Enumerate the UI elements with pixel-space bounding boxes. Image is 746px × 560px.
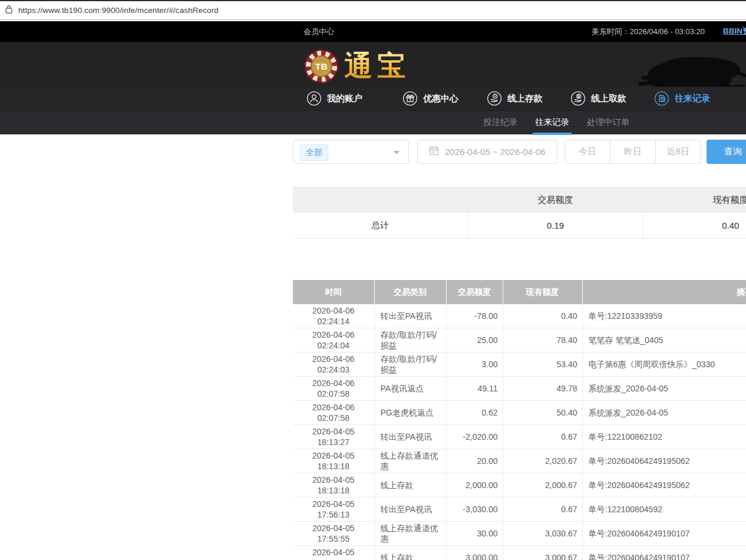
records-icon (654, 91, 669, 106)
table-cell: 笔笔存 笔笔送_0405 (582, 328, 746, 353)
nav-withdraw[interactable]: 线上取款 (570, 87, 626, 110)
col-type: 交易类别 (374, 280, 446, 304)
table-cell: 49.78 (503, 377, 582, 401)
tab-pending-orders[interactable]: 处理中订单 (587, 111, 630, 135)
table-row: 2026-04-05 18:13:18线上存款通道优惠20.002,020.67… (293, 449, 746, 473)
table-row: 2026-04-06 02:24:04存款/取款/打码/损益25.0078.40… (293, 328, 746, 353)
summary-transaction-total: 0.19 (468, 213, 643, 238)
summary-header-balance: 现有额度 (643, 187, 746, 213)
category-selected-chip: 全部 (300, 144, 328, 161)
col-time: 时间 (293, 280, 374, 304)
table-cell: 转出至PA视讯 (374, 304, 446, 328)
table-cell: 3,030.67 (503, 522, 582, 546)
table-cell: PG老虎机返点 (374, 401, 446, 425)
table-row: 2026-04-06 02:24:03存款/取款/打码/损益3.0053.40电… (293, 353, 746, 377)
table-cell: 2026-04-05 17:55:55 (293, 546, 374, 560)
table-cell: 2026-04-05 18:13:18 (293, 473, 374, 498)
calendar-icon (429, 146, 439, 158)
col-summary: 摘要 (582, 280, 746, 304)
brand-logo[interactable]: TB 通宝 (305, 47, 410, 85)
url-text: https://www.tb190.com:9900/infe/mcenter/… (18, 6, 219, 15)
table-row: 2026-04-05 18:13:27转出至PA视讯-2,020.000.67单… (293, 425, 746, 449)
user-icon (306, 91, 322, 106)
table-cell: 转出至PA视讯 (374, 425, 446, 449)
table-cell: 2026-04-06 02:07:58 (293, 401, 374, 425)
table-row: 2026-04-05 17:55:55线上存款通道优惠30.003,030.67… (293, 522, 746, 546)
table-cell: 2026-04-05 17:56:13 (293, 498, 374, 522)
summary-balance-total: 0.40 (643, 213, 746, 238)
table-cell: 20.00 (446, 449, 503, 473)
summary-header-transaction: 交易额度 (468, 187, 643, 213)
date-range-value: 2026-04-05 ~ 2026-04-06 (445, 147, 546, 157)
table-cell: 2026-04-06 02:24:03 (293, 353, 374, 377)
table-cell: 电子第6惠《周周双倍快乐》_0330 (582, 353, 746, 377)
last-8-days-button[interactable]: 近8日 (655, 140, 701, 164)
member-center-link[interactable]: 会员中心 (303, 27, 334, 37)
table-cell: 2,000.00 (446, 473, 503, 498)
search-button[interactable]: 查询 (707, 140, 746, 164)
table-cell: 30.00 (446, 522, 503, 546)
table-cell: 系统派发_2026-04-05 (582, 377, 746, 401)
withdraw-icon (570, 91, 586, 106)
site-header: TB 通宝 (0, 42, 746, 87)
table-cell: -78.00 (446, 304, 503, 328)
page: https://www.tb190.com:9900/infe/mcenter/… (0, 0, 746, 560)
table-cell: 25.00 (446, 328, 503, 353)
table-cell: 50.40 (503, 401, 582, 425)
main-nav: 我的账户 优惠中心 (0, 87, 746, 110)
yesterday-button[interactable]: 昨日 (610, 140, 656, 164)
table-row: 2026-04-06 02:24:14转出至PA视讯-78.000.40单号:1… (293, 304, 746, 328)
table-cell: 3.00 (446, 353, 503, 377)
col-amount: 交易额度 (446, 280, 503, 304)
tab-cash-records[interactable]: 往来记录 (535, 111, 569, 135)
table-cell: 0.40 (503, 304, 582, 328)
table-cell: 2026-04-05 17:55:55 (293, 522, 374, 546)
lock-icon (5, 5, 12, 16)
table-cell: 线上存款 (374, 546, 446, 560)
date-range-input[interactable]: 2026-04-05 ~ 2026-04-06 (417, 140, 557, 164)
tab-bet-records[interactable]: 投注纪录 (483, 111, 517, 135)
eastern-time: 美东时间：2026/04/06 - 03:03:20 (592, 27, 705, 37)
table-cell: 78.40 (503, 328, 582, 353)
table-cell: 单号:122100862102 (582, 425, 746, 449)
table-cell: 2026-04-06 02:24:04 (293, 328, 374, 353)
table-cell: 单号:122100804592 (582, 498, 746, 522)
chevron-down-icon (394, 151, 400, 154)
table-cell: 0.62 (446, 401, 503, 425)
summary-header-row: 交易额度 现有额度 (293, 187, 746, 213)
nav-promotions[interactable]: 优惠中心 (402, 87, 458, 110)
table-cell: 2,020.67 (503, 449, 582, 473)
table-cell: 单号:202604064249190107 (582, 522, 746, 546)
today-button[interactable]: 今日 (565, 140, 610, 164)
table-cell: -2,020.00 (446, 425, 503, 449)
table-cell: 线上存款 (374, 473, 446, 498)
table-cell: 3,000.67 (503, 546, 582, 560)
table-cell: 单号:202604064249195062 (582, 473, 746, 498)
nav-my-account[interactable]: 我的账户 (306, 87, 362, 110)
member-topbar: 会员中心 美东时间：2026/04/06 - 03:03:20 BBIN资 (0, 21, 746, 42)
summary-header-empty (293, 187, 468, 213)
table-row: 2026-04-06 02:07:58PG老虎机返点0.6250.40系统派发_… (293, 401, 746, 425)
nav-cash-records[interactable]: 往来记录 (654, 87, 710, 110)
table-cell: 转出至PA视讯 (374, 498, 446, 522)
table-row: 2026-04-05 17:55:55线上存款3,000.003,000.67单… (293, 546, 746, 560)
browser-address-bar[interactable]: https://www.tb190.com:9900/infe/mcenter/… (0, 0, 746, 20)
table-cell: 系统派发_2026-04-05 (582, 401, 746, 425)
category-select[interactable]: 全部 (293, 140, 409, 164)
chip-logo-icon: TB (305, 50, 338, 83)
bbin-link[interactable]: BBIN资 (723, 26, 746, 37)
table-cell: 3,000.00 (446, 546, 503, 560)
table-row: 2026-04-05 18:13:18线上存款2,000.002,000.67单… (293, 473, 746, 498)
table-cell: 线上存款通道优惠 (374, 522, 446, 546)
nav-deposit[interactable]: 线上存款 (487, 87, 543, 110)
col-balance: 现有额度 (503, 280, 582, 304)
summary-table: 交易额度 现有额度 总计 0.19 0.40 (293, 187, 746, 239)
table-row: 2026-04-05 17:56:13转出至PA视讯-3,030.000.67单… (293, 498, 746, 522)
deposit-icon (487, 91, 502, 106)
summary-total-row: 总计 0.19 0.40 (293, 213, 746, 238)
table-cell: 2,000.67 (503, 473, 582, 498)
quick-date-buttons: 今日 昨日 近8日 (565, 140, 701, 164)
table-cell: -3,030.00 (446, 498, 503, 522)
table-cell: 0.67 (503, 498, 582, 522)
table-cell: PA视讯返点 (374, 377, 446, 401)
